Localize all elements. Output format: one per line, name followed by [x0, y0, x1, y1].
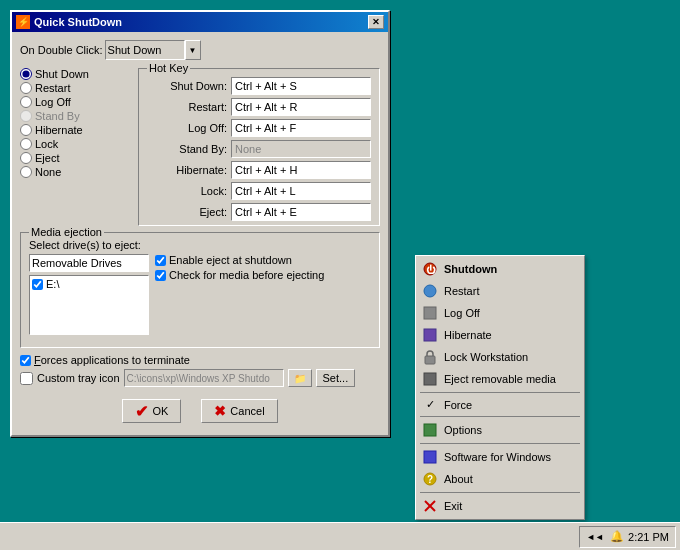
hotkey-label-eject: Eject: [147, 206, 227, 218]
hotkey-grid: Shut Down: Restart: Log Off: Stand By: H… [147, 77, 371, 221]
radio-eject[interactable]: Eject [20, 152, 132, 164]
options-icon [422, 422, 438, 438]
svg-rect-6 [424, 373, 436, 385]
on-double-click-container: On Double Click: ▼ [20, 40, 201, 60]
radio-logoff[interactable]: Log Off [20, 96, 132, 108]
menu-item-options[interactable]: Options [416, 419, 584, 441]
menu-force-label: Force [444, 399, 472, 411]
svg-rect-4 [424, 329, 436, 341]
drives-dropdown[interactable] [29, 254, 149, 272]
menu-item-lock[interactable]: Lock Workstation [416, 346, 584, 368]
svg-point-2 [424, 285, 436, 297]
app-icon: ⚡ [16, 15, 30, 29]
svg-rect-3 [424, 307, 436, 319]
dialog-buttons: ✔ OK ✖ Cancel [20, 395, 380, 427]
checkbox-check-media[interactable]: Check for media before ejecting [155, 269, 324, 281]
double-click-select[interactable] [105, 40, 185, 60]
separator-2 [420, 416, 580, 417]
radio-standby[interactable]: Stand By [20, 110, 132, 122]
dialog-title: Quick ShutDown [34, 16, 122, 28]
hotkey-input-shutdown[interactable] [231, 77, 371, 95]
menu-options-label: Options [444, 424, 482, 436]
menu-item-exit[interactable]: Exit [416, 495, 584, 517]
svg-rect-8 [424, 451, 436, 463]
menu-item-eject[interactable]: Eject removable media [416, 368, 584, 390]
hotkey-group-label: Hot Key [147, 62, 190, 74]
hotkey-input-lock[interactable] [231, 182, 371, 200]
about-icon: ? [422, 471, 438, 487]
radio-hibernate[interactable]: Hibernate [20, 124, 132, 136]
hotkey-label-standby: Stand By: [147, 143, 227, 155]
hotkey-group: Hot Key Shut Down: Restart: Log Off: Sta… [138, 68, 380, 226]
taskbar-time: 2:21 PM [628, 531, 669, 543]
menu-restart-label: Restart [444, 285, 479, 297]
eject-checkboxes: Enable eject at shutdown Check for media… [155, 254, 324, 335]
hotkey-input-eject[interactable] [231, 203, 371, 221]
menu-lock-label: Lock Workstation [444, 351, 528, 363]
dialog-body: On Double Click: ▼ Shut Down Restart [12, 32, 388, 435]
hotkey-label-restart: Restart: [147, 101, 227, 113]
media-group: Media ejection Select drive(s) to eject:… [20, 232, 380, 348]
tray-browse-button[interactable]: 📁 [288, 369, 312, 387]
set-button[interactable]: Set... [316, 369, 356, 387]
menu-item-shutdown[interactable]: ⏻ Shutdown [416, 258, 584, 280]
menu-logoff-label: Log Off [444, 307, 480, 319]
quick-shutdown-dialog: ⚡ Quick ShutDown ✕ On Double Click: ▼ Sh… [10, 10, 390, 437]
menu-item-restart[interactable]: Restart [416, 280, 584, 302]
menu-item-hibernate[interactable]: Hibernate [416, 324, 584, 346]
hotkey-input-logoff[interactable] [231, 119, 371, 137]
tray-path-input[interactable] [124, 369, 284, 387]
ok-button[interactable]: ✔ OK [122, 399, 181, 423]
svg-rect-5 [425, 356, 435, 364]
cancel-button[interactable]: ✖ Cancel [201, 399, 277, 423]
shutdown-icon: ⏻ [422, 261, 438, 277]
taskbar-icon: 🔔 [610, 530, 624, 543]
menu-software-label: Software for Windows [444, 451, 551, 463]
drives-label: Select drive(s) to eject: [29, 239, 371, 251]
separator-4 [420, 492, 580, 493]
double-click-row: On Double Click: ▼ [20, 40, 380, 60]
svg-text:⏻: ⏻ [426, 264, 436, 275]
taskbar-arrow[interactable]: ◄◄ [586, 532, 604, 542]
menu-item-software[interactable]: Software for Windows [416, 446, 584, 468]
checkbox-custom-tray[interactable] [20, 372, 33, 385]
radio-restart[interactable]: Restart [20, 82, 132, 94]
title-bar: ⚡ Quick ShutDown ✕ [12, 12, 388, 32]
checkbox-forces[interactable]: Forces applications to terminate [20, 354, 380, 366]
ok-label: OK [152, 405, 168, 417]
media-group-title: Media ejection [29, 226, 104, 238]
software-icon [422, 449, 438, 465]
radio-none[interactable]: None [20, 166, 132, 178]
radio-lock[interactable]: Lock [20, 138, 132, 150]
separator-3 [420, 443, 580, 444]
menu-item-about[interactable]: ? About [416, 468, 584, 490]
hotkey-input-hibernate[interactable] [231, 161, 371, 179]
hotkey-label-lock: Lock: [147, 185, 227, 197]
double-click-arrow[interactable]: ▼ [185, 40, 201, 60]
drives-listbox[interactable]: E:\ [29, 275, 149, 335]
menu-item-force[interactable]: ✓ Force [416, 395, 584, 414]
hotkey-input-standby [231, 140, 371, 158]
checkbox-media-label: Check for media before ejecting [169, 269, 324, 281]
menu-item-logoff[interactable]: Log Off [416, 302, 584, 324]
hotkey-label-hibernate: Hibernate: [147, 164, 227, 176]
drive-item-e[interactable]: E:\ [32, 278, 146, 290]
close-button[interactable]: ✕ [368, 15, 384, 29]
checkbox-eject-at-shutdown[interactable]: Enable eject at shutdown [155, 254, 324, 266]
menu-eject-label: Eject removable media [444, 373, 556, 385]
title-bar-left: ⚡ Quick ShutDown [16, 15, 122, 29]
forces-label: Forces applications to terminate [34, 354, 190, 366]
ok-check-icon: ✔ [135, 402, 148, 421]
cancel-x-icon: ✖ [214, 403, 226, 419]
taskbar-tray: ◄◄ 🔔 2:21 PM [579, 526, 676, 548]
main-panels: Shut Down Restart Log Off Stand By [20, 68, 380, 232]
svg-rect-7 [424, 424, 436, 436]
hotkey-panel: Hot Key Shut Down: Restart: Log Off: Sta… [138, 68, 380, 232]
menu-exit-label: Exit [444, 500, 462, 512]
hotkey-label-logoff: Log Off: [147, 122, 227, 134]
cancel-label: Cancel [230, 405, 264, 417]
logoff-icon [422, 305, 438, 321]
menu-hibernate-label: Hibernate [444, 329, 492, 341]
radio-shutdown[interactable]: Shut Down [20, 68, 132, 80]
hotkey-input-restart[interactable] [231, 98, 371, 116]
